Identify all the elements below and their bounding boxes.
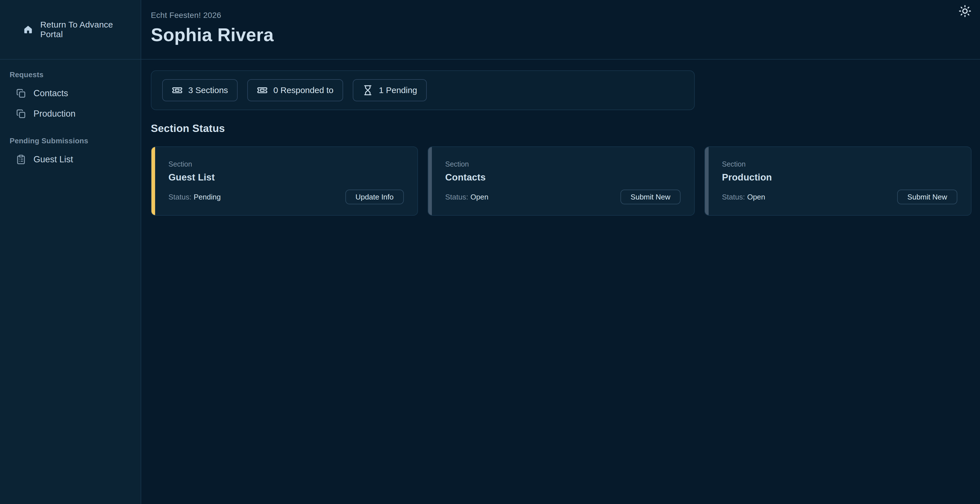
update-info-button[interactable]: Update Info — [345, 190, 404, 204]
status-line: Status:Open — [445, 193, 488, 201]
sidebar-item-label: Guest List — [33, 155, 73, 164]
app-window: Return To Advance Portal Requests Contac… — [0, 0, 980, 504]
card-accent-stripe — [151, 147, 155, 215]
nav-section-requests: Requests Contacts Production — [0, 70, 141, 124]
submit-new-button[interactable]: Submit New — [620, 190, 681, 204]
card-eyebrow: Section — [445, 160, 681, 168]
sidebar-nav: Requests Contacts Production Pending Sub… — [0, 60, 141, 182]
sidebar-item-label: Production — [33, 109, 75, 119]
return-to-portal-link[interactable]: Return To Advance Portal — [0, 0, 141, 60]
sidebar-item-contacts[interactable]: Contacts — [0, 83, 141, 104]
section-cards-row: Section Guest List Status:Pending Update… — [151, 147, 972, 216]
nav-section-pending-submissions: Pending Submissions Guest List — [0, 137, 141, 170]
card-footer: Status:Open Submit New — [722, 190, 957, 204]
status-value: Open — [471, 193, 488, 201]
stat-sections-badge: 3 Sections — [162, 79, 238, 101]
card-accent-stripe — [428, 147, 432, 215]
card-footer: Status:Open Submit New — [445, 190, 681, 204]
copy-icon — [16, 88, 26, 99]
card-title: Production — [722, 172, 957, 183]
sidebar-item-guest-list[interactable]: Guest List — [0, 149, 141, 170]
sidebar-item-label: Contacts — [33, 88, 68, 99]
card-footer: Status:Pending Update Info — [169, 190, 404, 204]
page-content: 3 Sections 0 Responded to 1 Pending Sect… — [141, 60, 980, 216]
status-value: Open — [747, 193, 765, 201]
theme-toggle-button[interactable] — [958, 5, 972, 18]
card-accent-stripe — [705, 147, 709, 215]
status-value: Pending — [194, 193, 221, 201]
status-line: Status:Pending — [169, 193, 221, 201]
status-label: Status: — [445, 193, 468, 201]
page-title: Sophia Rivera — [151, 24, 980, 45]
stat-label: 0 Responded to — [274, 85, 334, 95]
ticket-icon — [257, 85, 268, 96]
copy-icon — [16, 109, 26, 119]
page-header: Echt Feesten! 2026 Sophia Rivera — [141, 0, 980, 60]
sidebar: Return To Advance Portal Requests Contac… — [0, 0, 141, 504]
clipboard-list-icon — [16, 155, 26, 164]
nav-section-title: Requests — [0, 70, 141, 79]
section-card-contacts: Section Contacts Status:Open Submit New — [428, 147, 695, 216]
home-icon — [23, 25, 33, 34]
section-card-production: Section Production Status:Open Submit Ne… — [705, 147, 972, 216]
sun-icon — [958, 5, 972, 18]
card-title: Guest List — [169, 172, 404, 183]
card-eyebrow: Section — [722, 160, 957, 168]
stats-summary-bar: 3 Sections 0 Responded to 1 Pending — [151, 70, 695, 110]
stat-pending-badge: 1 Pending — [353, 79, 427, 101]
event-name: Echt Feesten! 2026 — [151, 11, 980, 20]
sidebar-item-production[interactable]: Production — [0, 104, 141, 124]
status-label: Status: — [169, 193, 191, 201]
stat-label: 1 Pending — [379, 85, 417, 95]
card-eyebrow: Section — [169, 160, 404, 168]
stat-responded-badge: 0 Responded to — [247, 79, 343, 101]
nav-section-title: Pending Submissions — [0, 137, 141, 145]
card-title: Contacts — [445, 172, 681, 183]
stat-label: 3 Sections — [188, 85, 228, 95]
status-line: Status:Open — [722, 193, 765, 201]
main-area: Echt Feesten! 2026 Sophia Rivera 3 Secti… — [141, 0, 980, 504]
section-card-guest-list: Section Guest List Status:Pending Update… — [151, 147, 418, 216]
return-to-portal-label: Return To Advance Portal — [40, 20, 132, 39]
section-status-heading: Section Status — [151, 123, 972, 134]
status-label: Status: — [722, 193, 745, 201]
hourglass-icon — [363, 85, 373, 96]
ticket-icon — [172, 85, 183, 96]
submit-new-button[interactable]: Submit New — [897, 190, 957, 204]
